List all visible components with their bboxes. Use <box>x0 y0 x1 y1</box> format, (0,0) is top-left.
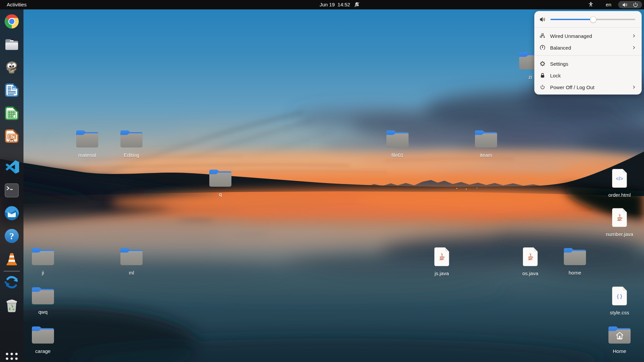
svg-text:</>: </> <box>616 176 623 181</box>
svg-text:?: ? <box>9 231 14 241</box>
svg-text:{ }: { } <box>617 293 622 299</box>
